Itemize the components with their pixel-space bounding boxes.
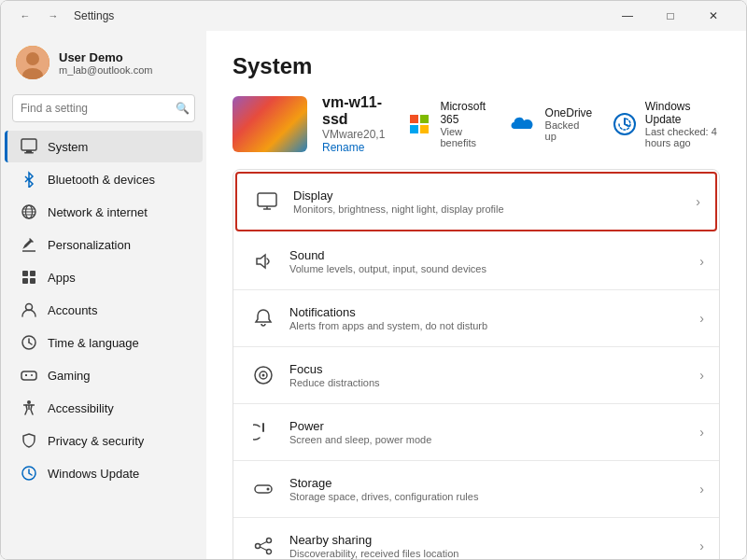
- quick-link-windows_update[interactable]: Windows Update Last checked: 4 hours ago: [612, 100, 720, 148]
- sidebar-item-label: Windows Update: [48, 467, 139, 481]
- settings-item-notifications[interactable]: Notifications Alerts from apps and syste…: [233, 290, 719, 347]
- personalization-icon: [20, 235, 38, 254]
- chevron-icon-focus: ›: [699, 368, 704, 383]
- svg-rect-3: [21, 139, 36, 150]
- settings-item-storage[interactable]: Storage Storage space, drives, configura…: [233, 461, 719, 518]
- windows_update-icon: [20, 464, 38, 483]
- chevron-icon-nearby_sharing: ›: [699, 539, 704, 553]
- sidebar-item-gaming[interactable]: Gaming: [5, 359, 203, 391]
- chevron-icon-display: ›: [696, 194, 700, 209]
- settings-title-storage: Storage: [289, 476, 699, 490]
- sidebar-item-label: Accessibility: [48, 401, 114, 415]
- svg-rect-15: [30, 271, 35, 276]
- system-icon: [20, 137, 38, 156]
- power-icon: [248, 417, 278, 447]
- nav-list: System Bluetooth & devices Network & int…: [1, 130, 206, 490]
- user-info: User Demo m_lab@outlook.com: [59, 50, 152, 76]
- app-body: User Demo m_lab@outlook.com 🔍 System Blu…: [1, 31, 746, 559]
- sidebar-item-accounts[interactable]: Accounts: [5, 294, 203, 326]
- avatar: [16, 46, 49, 79]
- user-profile[interactable]: User Demo m_lab@outlook.com: [1, 38, 206, 91]
- svg-line-21: [29, 343, 32, 344]
- sidebar-item-privacy[interactable]: Privacy & security: [5, 425, 203, 456]
- quick-link-title-microsoft365: Microsoft 365: [440, 100, 489, 126]
- privacy-icon: [20, 431, 38, 450]
- time-icon: [20, 333, 38, 352]
- sidebar-item-accessibility[interactable]: Accessibility: [5, 392, 203, 424]
- settings-item-focus[interactable]: Focus Reduce distractions ›: [233, 347, 719, 404]
- svg-rect-32: [410, 125, 418, 133]
- device-name: vm-w11-ssd: [322, 94, 391, 128]
- svg-point-45: [267, 539, 272, 543]
- sidebar-item-label: Time & language: [48, 336, 139, 350]
- forward-button[interactable]: →: [40, 5, 66, 27]
- sidebar-item-label: System: [48, 140, 88, 154]
- search-icon: 🔍: [176, 102, 190, 115]
- search-input[interactable]: [12, 94, 195, 122]
- quick-link-sub-windows_update: Last checked: 4 hours ago: [645, 126, 720, 148]
- svg-rect-16: [22, 278, 28, 284]
- svg-point-41: [262, 374, 265, 377]
- svg-rect-14: [22, 271, 28, 276]
- svg-rect-30: [410, 115, 418, 123]
- maximize-button[interactable]: □: [649, 1, 692, 31]
- sidebar-item-personalization[interactable]: Personalization: [5, 229, 203, 260]
- notifications-icon: [248, 303, 278, 333]
- sidebar-item-windows_update[interactable]: Windows Update: [5, 457, 203, 489]
- minimize-button[interactable]: —: [606, 1, 649, 31]
- sidebar: User Demo m_lab@outlook.com 🔍 System Blu…: [1, 31, 206, 559]
- device-card: vm-w11-ssd VMware20,1 Rename Microsoft 3…: [233, 94, 720, 154]
- chevron-icon-power: ›: [699, 425, 704, 440]
- focus-icon: [248, 360, 278, 390]
- device-rename-link[interactable]: Rename: [322, 141, 391, 154]
- settings-desc-display: Monitors, brightness, night light, displ…: [293, 203, 696, 215]
- settings-title-sound: Sound: [289, 248, 699, 262]
- quick-link-onedrive[interactable]: OneDrive Backed up: [508, 100, 593, 148]
- settings-item-sound[interactable]: Sound Volume levels, output, input, soun…: [233, 233, 719, 290]
- device-thumbnail: [233, 96, 307, 152]
- back-button[interactable]: ←: [12, 5, 38, 27]
- gaming-icon: [20, 366, 38, 385]
- svg-point-26: [27, 400, 31, 404]
- sidebar-item-label: Apps: [48, 271, 76, 285]
- settings-desc-focus: Reduce distractions: [289, 377, 699, 388]
- sidebar-item-time[interactable]: Time & language: [5, 327, 203, 358]
- search-box: 🔍: [12, 94, 195, 122]
- sidebar-item-network[interactable]: Network & internet: [5, 196, 203, 228]
- svg-rect-4: [26, 150, 32, 152]
- accounts-icon: [20, 301, 38, 319]
- quick-link-microsoft365[interactable]: Microsoft 365 View benefits: [406, 100, 489, 148]
- svg-rect-17: [30, 278, 35, 284]
- svg-point-1: [26, 52, 39, 65]
- settings-title-nearby_sharing: Nearby sharing: [289, 533, 699, 547]
- sidebar-item-label: Personalization: [48, 238, 131, 252]
- bluetooth-icon: [20, 170, 38, 189]
- svg-line-47: [261, 542, 267, 546]
- sidebar-item-bluetooth[interactable]: Bluetooth & devices: [5, 163, 203, 195]
- nearby_sharing-icon: [248, 531, 278, 559]
- sidebar-item-system[interactable]: System: [5, 131, 203, 162]
- chevron-icon-storage: ›: [699, 482, 704, 497]
- network-icon: [20, 203, 38, 221]
- settings-item-display[interactable]: Display Monitors, brightness, night ligh…: [235, 172, 717, 231]
- title-bar: ← → Settings — □ ✕: [1, 1, 746, 31]
- sidebar-item-label: Bluetooth & devices: [48, 173, 155, 187]
- apps-icon: [20, 268, 38, 287]
- sidebar-item-apps[interactable]: Apps: [5, 261, 203, 293]
- svg-line-48: [261, 547, 267, 551]
- close-button[interactable]: ✕: [692, 1, 735, 31]
- settings-list: Display Monitors, brightness, night ligh…: [233, 169, 720, 559]
- window-controls: — □ ✕: [606, 1, 735, 31]
- settings-desc-notifications: Alerts from apps and system, do not dist…: [289, 320, 699, 331]
- settings-desc-power: Screen and sleep, power mode: [289, 434, 699, 445]
- settings-item-power[interactable]: Power Screen and sleep, power mode ›: [233, 404, 719, 461]
- nav-controls: ← →: [12, 5, 66, 27]
- microsoft365-icon: [406, 109, 432, 139]
- device-sub: VMware20,1: [322, 128, 391, 141]
- settings-item-nearby_sharing[interactable]: Nearby sharing Discoverability, received…: [233, 518, 719, 559]
- settings-window: ← → Settings — □ ✕: [0, 0, 747, 560]
- device-info: vm-w11-ssd VMware20,1 Rename: [322, 94, 391, 154]
- svg-point-46: [267, 550, 272, 554]
- user-name: User Demo: [59, 50, 152, 64]
- svg-point-25: [31, 374, 33, 376]
